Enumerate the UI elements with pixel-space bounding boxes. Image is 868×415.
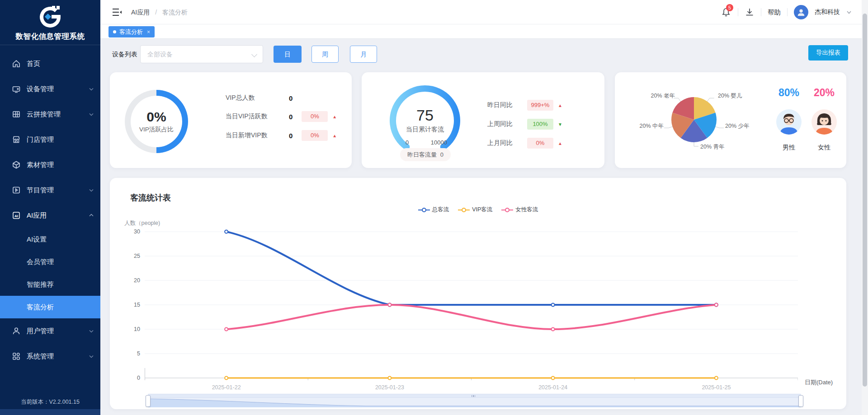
sidebar-subitem-members[interactable]: 会员管理 xyxy=(0,251,100,273)
stat-row: 当日VIP活跃数 0 0% ▲ xyxy=(226,111,343,122)
vip-stats-card: 0% VIP活跃占比 VIP总人数 0 当日VIP活跃数 0 0% ▲ 当日新增… xyxy=(110,72,352,168)
sidebar-item-users[interactable]: 用户管理 xyxy=(0,318,100,344)
sidebar-item-devices[interactable]: 设备管理 xyxy=(0,76,100,102)
trend-arrow-icon: ▲ xyxy=(332,114,337,119)
stat-label: 上月同比 xyxy=(487,139,524,147)
company-name[interactable]: 杰和科技 xyxy=(815,8,840,16)
pie-label-youth: 20% 青年 xyxy=(700,143,725,151)
sidebar: 数智化信息管理系统 首页 设备管理 云拼接管理 门店管理 xyxy=(0,0,100,415)
header-actions: 5 帮助 杰和科技 xyxy=(721,0,852,24)
datazoom-left-handle[interactable] xyxy=(146,395,151,407)
sidebar-item-splicing[interactable]: 云拼接管理 xyxy=(0,102,100,127)
period-month-button[interactable]: 月 xyxy=(350,46,377,63)
main-area: AI应用 / 客流分析 5 帮助 杰和科技 xyxy=(100,0,868,415)
sidebar-item-label: 素材管理 xyxy=(27,161,54,169)
female-label: 女性 xyxy=(804,144,844,152)
select-chevron-icon xyxy=(251,51,257,57)
legend-item[interactable]: 女性客流 xyxy=(501,206,538,214)
y-tick-label: 30 xyxy=(122,228,140,235)
scrollbar-thumb[interactable] xyxy=(863,14,867,387)
y-tick-label: 15 xyxy=(122,301,140,308)
sidebar-item-materials[interactable]: 素材管理 xyxy=(0,152,100,177)
sidebar-subitem-ai-settings[interactable]: AI设置 xyxy=(0,228,100,251)
help-link[interactable]: 帮助 xyxy=(768,8,781,17)
legend-item[interactable]: VIP客流 xyxy=(458,206,492,214)
store-icon xyxy=(12,135,21,144)
notification-badge: 5 xyxy=(726,4,733,11)
trend-badge: 0% xyxy=(527,138,553,149)
x-axis-name: 日期(Date) xyxy=(805,378,833,387)
tab-flow-analysis[interactable]: 客流分析 × xyxy=(108,26,155,37)
stat-row: 上周同比 100% ▼ xyxy=(487,119,591,130)
chart-title: 客流统计表 xyxy=(130,192,171,203)
stat-label: 当日VIP活跃数 xyxy=(226,112,282,121)
avatar[interactable] xyxy=(794,5,808,19)
stat-label: 当日新增VIP数 xyxy=(226,131,282,140)
sidebar-item-stores[interactable]: 门店管理 xyxy=(0,127,100,152)
datazoom-right-handle[interactable] xyxy=(798,395,803,407)
menu-collapse-icon[interactable] xyxy=(112,8,122,17)
gauge-max: 10000 xyxy=(431,139,447,146)
tab-label: 客流分析 xyxy=(119,28,143,36)
stat-value: 0 xyxy=(289,132,292,140)
datazoom-slider[interactable] xyxy=(148,394,801,407)
breadcrumb-parent[interactable]: AI应用 xyxy=(131,9,150,16)
trend-arrow-icon: ▲ xyxy=(332,133,337,138)
datazoom-move-handle[interactable] xyxy=(148,394,801,398)
female-percent: 20% xyxy=(804,87,844,99)
trend-arrow-icon: ▲ xyxy=(558,103,562,108)
y-tick-label: 5 xyxy=(122,350,140,357)
x-tick-label: 2025-01-24 xyxy=(528,384,578,391)
svg-text:AI: AI xyxy=(14,214,18,218)
sidebar-subitem-label: 会员管理 xyxy=(27,258,54,266)
chevron-down-icon xyxy=(89,328,94,334)
y-tick-label: 20 xyxy=(122,277,140,284)
male-label: 男性 xyxy=(769,144,809,152)
tab-close-icon[interactable]: × xyxy=(147,29,150,35)
stat-label: VIP总人数 xyxy=(226,94,282,102)
period-week-button[interactable]: 周 xyxy=(311,46,339,63)
vip-ring-center: 0% VIP活跃占比 xyxy=(131,96,182,147)
gauge-range: 0 10000 xyxy=(406,139,447,146)
sidebar-item-system[interactable]: 系统管理 xyxy=(0,344,100,369)
sidebar-subitem-flow-analysis[interactable]: 客流分析 xyxy=(0,296,100,318)
ai-icon: AI xyxy=(12,211,21,220)
daily-flow-label: 当日累计客流 xyxy=(389,126,461,134)
sidebar-item-ai[interactable]: AI AI应用 xyxy=(0,203,100,228)
yesterday-flow-pill: 昨日客流量 0 xyxy=(400,148,451,161)
chart-legend: 总客流VIP客流女性客流 xyxy=(110,206,846,214)
trend-badge: 999+% xyxy=(527,100,553,111)
datazoom-shadow xyxy=(148,398,801,407)
legend-label: 总客流 xyxy=(432,206,449,214)
download-icon[interactable] xyxy=(745,7,755,17)
divider xyxy=(738,8,738,16)
breadcrumb: AI应用 / 客流分析 xyxy=(131,9,188,17)
male-avatar-icon xyxy=(776,109,802,135)
y-tick-label: 0 xyxy=(122,374,140,382)
period-day-button[interactable]: 日 xyxy=(274,46,302,63)
sidebar-item-programs[interactable]: 节目管理 xyxy=(0,177,100,203)
sidebar-item-home[interactable]: 首页 xyxy=(0,51,100,76)
vip-ring-label: VIP活跃占比 xyxy=(139,126,174,134)
flow-statistics-card: 客流统计表 总客流VIP客流女性客流 人数（people) 3025201510… xyxy=(110,178,846,409)
legend-item[interactable]: 总客流 xyxy=(418,206,449,214)
trend-badge: 0% xyxy=(302,130,328,141)
device-select[interactable]: 全部设备 xyxy=(140,45,263,63)
pie-label-elderly: 20% 老年 xyxy=(615,92,675,100)
stat-label: 上周同比 xyxy=(487,120,524,128)
stat-row: 上月同比 0% ▲ xyxy=(487,138,591,149)
y-tick-label: 10 xyxy=(122,326,140,333)
gauge-min: 0 xyxy=(406,139,409,146)
chevron-up-icon xyxy=(89,213,94,218)
sidebar-item-label: AI应用 xyxy=(27,211,47,220)
sidebar-item-label: 节目管理 xyxy=(27,186,54,195)
notification-button[interactable]: 5 xyxy=(721,7,731,18)
export-report-button[interactable]: 导出报表 xyxy=(808,45,848,61)
chevron-down-icon[interactable] xyxy=(846,9,852,15)
female-avatar-icon xyxy=(811,109,837,135)
page-root: 数智化信息管理系统 首页 设备管理 云拼接管理 门店管理 xyxy=(0,0,868,415)
sidebar-subitem-recommend[interactable]: 智能推荐 xyxy=(0,273,100,296)
sidebar-menu: 首页 设备管理 云拼接管理 门店管理 素材管理 节目管 xyxy=(0,51,100,369)
daily-flow-card: 75 当日累计客流 0 10000 昨日客流量 0 昨日同比 999+% ▲ 上… xyxy=(362,72,604,168)
divider xyxy=(787,8,788,16)
